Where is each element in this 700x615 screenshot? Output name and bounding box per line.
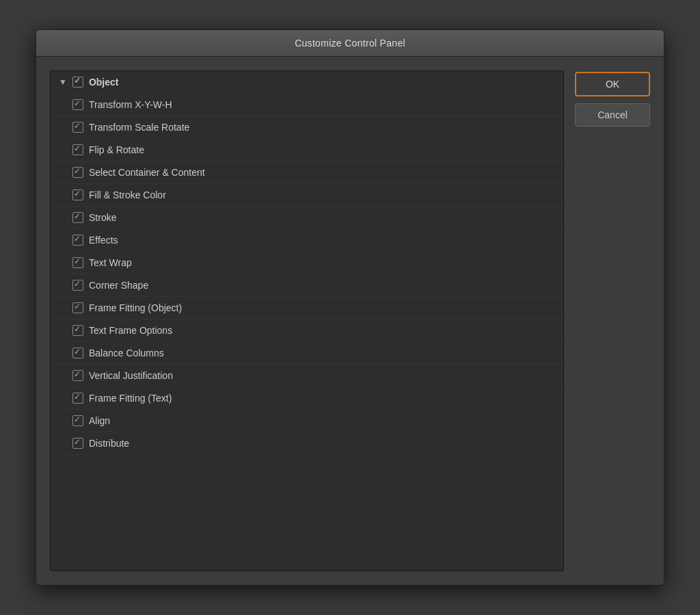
list-item-transform-xywh[interactable]: Transform X-Y-W-H bbox=[51, 94, 563, 116]
list-item-frame-fitting-object[interactable]: Frame Fitting (Object) bbox=[51, 297, 563, 319]
checkbox-distribute[interactable] bbox=[72, 438, 83, 449]
item-label-vertical-justification: Vertical Justification bbox=[89, 370, 173, 381]
ok-button[interactable]: OK bbox=[575, 72, 650, 96]
item-label-balance-columns: Balance Columns bbox=[89, 348, 164, 358]
item-label-transform-scale-rotate: Transform Scale Rotate bbox=[89, 122, 189, 133]
list-item-frame-fitting-text[interactable]: Frame Fitting (Text) bbox=[51, 387, 563, 410]
item-label-object: Object bbox=[89, 77, 119, 88]
checkbox-text-wrap[interactable] bbox=[72, 257, 83, 268]
list-item-text-frame-options[interactable]: Text Frame Options bbox=[51, 319, 563, 342]
item-label-effects: Effects bbox=[89, 235, 118, 246]
item-label-distribute: Distribute bbox=[89, 438, 129, 449]
checkbox-frame-fitting-text[interactable] bbox=[72, 393, 83, 404]
list-item-distribute[interactable]: Distribute bbox=[51, 432, 563, 455]
dialog-titlebar: Customize Control Panel bbox=[36, 30, 664, 57]
checkbox-align[interactable] bbox=[72, 415, 83, 426]
list-item-vertical-justification[interactable]: Vertical Justification bbox=[51, 365, 563, 387]
checkbox-flip-rotate[interactable] bbox=[72, 144, 83, 155]
item-label-frame-fitting-object: Frame Fitting (Object) bbox=[89, 302, 182, 313]
item-label-stroke: Stroke bbox=[89, 212, 116, 223]
checkbox-vertical-justification[interactable] bbox=[72, 370, 83, 381]
checkbox-fill-stroke-color[interactable] bbox=[72, 189, 83, 200]
list-item-flip-rotate[interactable]: Flip & Rotate bbox=[51, 139, 563, 161]
dialog-body: ▼ObjectTransform X-Y-W-HTransform Scale … bbox=[36, 57, 664, 585]
checkbox-stroke[interactable] bbox=[72, 212, 83, 223]
item-label-select-container-content: Select Container & Content bbox=[89, 167, 205, 178]
list-panel: ▼ObjectTransform X-Y-W-HTransform Scale … bbox=[50, 70, 564, 571]
dialog-title: Customize Control Panel bbox=[295, 38, 405, 49]
checkbox-frame-fitting-object[interactable] bbox=[72, 302, 83, 313]
list-item-text-wrap[interactable]: Text Wrap bbox=[51, 252, 563, 274]
list-item-stroke[interactable]: Stroke bbox=[51, 207, 563, 229]
item-label-frame-fitting-text: Frame Fitting (Text) bbox=[89, 393, 172, 404]
item-label-align: Align bbox=[89, 415, 110, 426]
item-label-transform-xywh: Transform X-Y-W-H bbox=[89, 99, 172, 110]
checkbox-corner-shape[interactable] bbox=[72, 280, 83, 291]
item-label-text-wrap: Text Wrap bbox=[89, 257, 132, 268]
checkbox-balance-columns[interactable] bbox=[72, 348, 83, 358]
checkbox-transform-scale-rotate[interactable] bbox=[72, 122, 83, 133]
list-scroll-area[interactable]: ▼ObjectTransform X-Y-W-HTransform Scale … bbox=[51, 71, 563, 571]
list-item-effects[interactable]: Effects bbox=[51, 229, 563, 252]
list-item-transform-scale-rotate[interactable]: Transform Scale Rotate bbox=[51, 116, 563, 139]
item-label-text-frame-options: Text Frame Options bbox=[89, 325, 172, 336]
item-label-fill-stroke-color: Fill & Stroke Color bbox=[89, 189, 166, 200]
dialog: Customize Control Panel ▼ObjectTransform… bbox=[36, 29, 664, 586]
checkbox-select-container-content[interactable] bbox=[72, 167, 83, 178]
list-item-select-container-content[interactable]: Select Container & Content bbox=[51, 161, 563, 184]
checkbox-object[interactable] bbox=[72, 77, 83, 88]
dialog-overlay: Customize Control Panel ▼ObjectTransform… bbox=[0, 0, 700, 615]
item-label-corner-shape: Corner Shape bbox=[89, 280, 148, 291]
checkbox-transform-xywh[interactable] bbox=[72, 99, 83, 110]
cancel-button[interactable]: Cancel bbox=[575, 103, 650, 127]
collapse-arrow: ▼ bbox=[59, 77, 67, 87]
list-item-fill-stroke-color[interactable]: Fill & Stroke Color bbox=[51, 184, 563, 207]
list-item-object[interactable]: ▼Object bbox=[51, 71, 563, 94]
list-item-balance-columns[interactable]: Balance Columns bbox=[51, 342, 563, 365]
list-item-align[interactable]: Align bbox=[51, 410, 563, 432]
buttons-panel: OK Cancel bbox=[575, 70, 650, 571]
checkbox-effects[interactable] bbox=[72, 235, 83, 246]
checkbox-text-frame-options[interactable] bbox=[72, 325, 83, 336]
list-item-corner-shape[interactable]: Corner Shape bbox=[51, 274, 563, 297]
item-label-flip-rotate: Flip & Rotate bbox=[89, 144, 144, 155]
